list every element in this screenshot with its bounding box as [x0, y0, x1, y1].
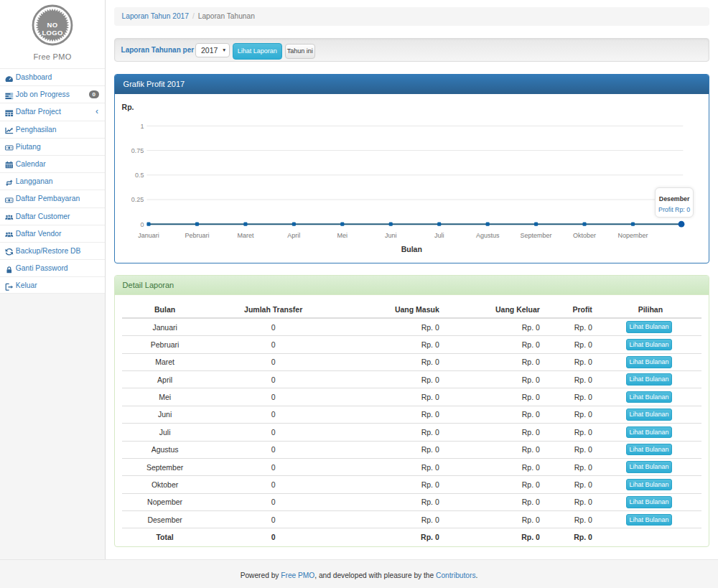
svg-text:Pebruari: Pebruari: [185, 231, 209, 238]
svg-text:Oktober: Oktober: [573, 231, 596, 238]
svg-text:Juli: Juli: [434, 231, 444, 238]
svg-text:0.25: 0.25: [131, 196, 144, 203]
svg-text:0.75: 0.75: [131, 147, 144, 154]
svg-text:0: 0: [140, 220, 144, 228]
svg-text:NO: NO: [47, 21, 58, 29]
svg-text:Januari: Januari: [138, 231, 159, 238]
svg-text:Agustus: Agustus: [475, 231, 499, 238]
svg-text:September: September: [520, 231, 551, 238]
svg-text:Juni: Juni: [385, 231, 397, 238]
svg-text:Maret: Maret: [237, 231, 254, 238]
svg-text:Nopember: Nopember: [617, 231, 648, 238]
svg-text:Mei: Mei: [337, 231, 348, 238]
svg-text:1: 1: [140, 123, 144, 130]
svg-text:LOGO: LOGO: [42, 29, 62, 37]
svg-text:April: April: [287, 231, 300, 238]
svg-text:0.5: 0.5: [134, 172, 144, 179]
